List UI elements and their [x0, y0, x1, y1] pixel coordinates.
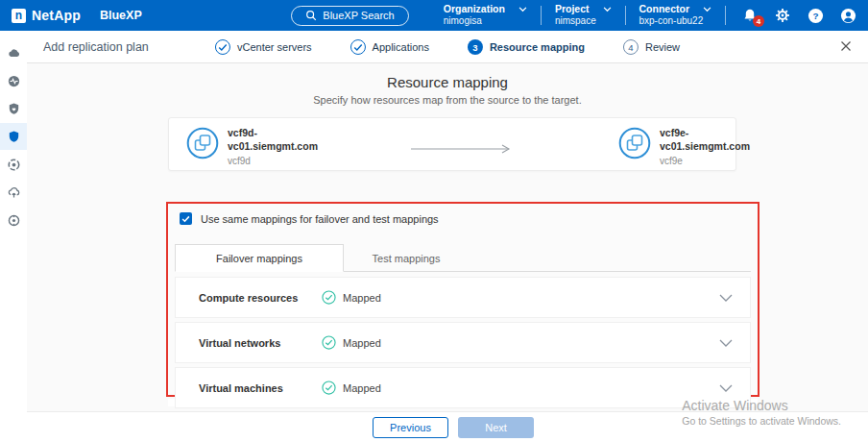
compute-resources-row[interactable]: Compute resources Mapped — [175, 277, 751, 318]
question-mark-icon: ? — [808, 8, 824, 24]
step-check-icon — [215, 39, 230, 55]
row-label: Virtual machines — [176, 382, 322, 394]
cloud-icon — [7, 46, 21, 61]
row-status: Mapped — [343, 292, 381, 304]
user-icon — [840, 8, 856, 24]
wizard-steps: vCenter servers Applications 3 Resource … — [215, 31, 680, 63]
project-label: Project — [555, 3, 590, 15]
checkbox-checked-icon[interactable] — [180, 212, 192, 225]
step-vcenter-servers[interactable]: vCenter servers — [215, 39, 312, 55]
settings-button[interactable] — [774, 7, 791, 24]
sidebar-item-health[interactable] — [0, 67, 27, 94]
chevron-down-icon — [518, 7, 527, 12]
virtual-networks-row[interactable]: Virtual networks Mapped — [175, 322, 751, 363]
mapping-rows: Compute resources Mapped Virtual network… — [175, 277, 751, 412]
target-sublabel: vcf9e — [660, 155, 750, 167]
row-label: Compute resources — [176, 292, 322, 304]
sidebar-item-settings[interactable] — [0, 207, 27, 233]
source-target-card: vcf9d- vc01.siemgmt.com vcf9d vcf9e- vc0… — [168, 117, 736, 171]
organization-value: nimogisa — [444, 15, 527, 28]
connector-value: bxp-con-ubu22 — [639, 15, 712, 28]
user-account-button[interactable] — [839, 7, 856, 24]
same-mappings-checkbox-row[interactable]: Use same mappings for failover and test … — [180, 212, 439, 225]
same-mappings-checkbox-label: Use same mappings for failover and test … — [201, 213, 439, 225]
vcenter-icon — [618, 127, 651, 160]
step-number-badge: 4 — [623, 39, 639, 55]
tab-test-mappings[interactable]: Test mappings — [344, 244, 469, 272]
left-icon-sidebar — [0, 31, 27, 442]
divider — [725, 6, 726, 25]
chevron-down-icon[interactable] — [719, 339, 733, 347]
netapp-bluexp-logo[interactable]: n NetApp BlueXP — [12, 8, 142, 23]
mapped-check-icon — [322, 381, 336, 395]
step-applications[interactable]: Applications — [350, 39, 429, 55]
source-vcenter: vcf9d- vc01.siemgmt.com vcf9d — [186, 127, 318, 167]
sidebar-item-cloud[interactable] — [0, 39, 27, 66]
bluexp-app-window: n NetApp BlueXP BlueXP Search Organizati… — [0, 0, 868, 442]
activity-dial-icon — [7, 158, 21, 172]
step-resource-mapping[interactable]: 3 Resource mapping — [468, 39, 585, 55]
help-button[interactable]: ? — [807, 7, 824, 24]
notification-count-badge: 4 — [753, 15, 764, 27]
project-value: nimspace — [555, 15, 612, 28]
source-to-target-arrow-icon — [409, 141, 515, 159]
wizard-title: Add replication plan — [43, 40, 149, 54]
step-number-badge: 3 — [468, 39, 483, 55]
mappings-tabs: Failover mappings Test mappings — [175, 244, 751, 272]
step-label: Resource mapping — [490, 41, 585, 53]
page-title: Resource mapping — [27, 74, 868, 90]
step-label: vCenter servers — [237, 41, 312, 53]
row-status: Mapped — [343, 382, 381, 394]
sidebar-item-replication-active[interactable] — [0, 123, 27, 150]
chevron-down-icon[interactable] — [719, 384, 733, 392]
shield-icon-active — [7, 130, 21, 144]
mapped-check-icon — [322, 290, 336, 305]
mappings-highlighted-section: Use same mappings for failover and test … — [166, 202, 760, 397]
top-navigation-bar: n NetApp BlueXP BlueXP Search Organizati… — [0, 0, 868, 31]
step-label: Review — [645, 41, 680, 53]
notifications-button[interactable]: 4 — [741, 7, 759, 24]
source-sublabel: vcf9d — [228, 155, 318, 167]
resource-mapping-content: Resource mapping Specify how resources m… — [27, 63, 868, 411]
previous-button[interactable]: Previous — [373, 417, 448, 438]
sidebar-item-cloud-restore[interactable] — [0, 179, 27, 206]
close-wizard-button[interactable] — [840, 40, 853, 53]
connector-label: Connector — [639, 3, 690, 15]
chevron-down-icon — [603, 7, 612, 12]
next-button[interactable]: Next — [458, 417, 534, 438]
search-label: BlueXP Search — [323, 10, 394, 21]
bluexp-search-button[interactable]: BlueXP Search — [291, 6, 408, 26]
sidebar-item-protection[interactable] — [0, 95, 27, 122]
organization-selector[interactable]: Organization nimogisa — [444, 3, 527, 28]
wizard-header-bar: Add replication plan vCenter servers App… — [27, 31, 868, 63]
gear-icon — [775, 8, 790, 23]
sidebar-item-activity[interactable] — [0, 151, 27, 178]
cloud-restore-icon — [7, 185, 21, 200]
page-subtitle: Specify how resources map from the sourc… — [27, 94, 868, 106]
connector-selector[interactable]: Connector bxp-con-ubu22 — [639, 3, 712, 28]
chevron-down-icon — [703, 7, 711, 12]
step-review[interactable]: 4 Review — [623, 39, 680, 55]
virtual-machines-row[interactable]: Virtual machines Mapped — [175, 367, 751, 408]
close-icon — [840, 40, 853, 52]
project-selector[interactable]: Project nimspace — [555, 3, 612, 28]
step-label: Applications — [373, 41, 429, 53]
chevron-down-icon[interactable] — [719, 294, 733, 302]
gear-dial-icon — [7, 213, 21, 228]
search-icon — [305, 10, 317, 21]
shield-heart-icon — [7, 102, 21, 116]
source-name-line2: vc01.siemgmt.com — [228, 140, 318, 154]
topbar-actions: 4 ? — [741, 7, 856, 24]
target-name-line1: vcf9e- — [660, 127, 750, 140]
divider — [625, 6, 626, 25]
wizard-footer: Previous Next — [0, 411, 868, 442]
product-name: BlueXP — [100, 9, 142, 22]
tab-failover-mappings[interactable]: Failover mappings — [175, 244, 344, 272]
divider — [541, 6, 542, 25]
organization-label: Organization — [444, 3, 505, 15]
target-vcenter: vcf9e- vc01.siemgmt.com vcf9e — [618, 127, 750, 167]
step-check-icon — [350, 39, 366, 55]
row-status: Mapped — [343, 337, 381, 349]
netapp-logo-icon: n — [12, 9, 26, 23]
mapped-check-icon — [322, 335, 336, 350]
